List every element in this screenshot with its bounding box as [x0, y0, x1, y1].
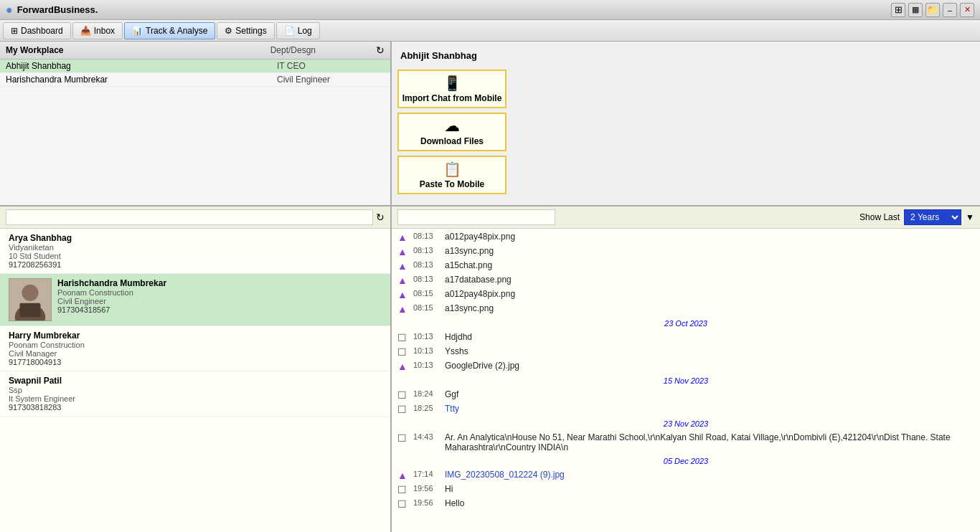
chat-message: ▲ 08:15 a13sync.png: [392, 302, 980, 316]
contact-role: It System Engineer: [9, 394, 385, 403]
chat-message: ☐ 10:13 Ysshs: [392, 345, 980, 359]
contacts-refresh-icon[interactable]: ↻: [376, 212, 385, 223]
chat-message: ▲ 08:13 a012pay48pix.png: [392, 230, 980, 244]
contact-item[interactable]: Swapnil Patil Ssp It System Engineer 917…: [0, 371, 390, 417]
inbox-tab[interactable]: 📥 Inbox: [72, 22, 123, 39]
chat-message: ▲ 08:13 a17database.png: [392, 273, 980, 288]
track-analyse-tab[interactable]: 📊 Track & Analyse: [124, 22, 215, 39]
phone-icon: ☐: [397, 484, 409, 495]
file-icon: ▲: [397, 361, 409, 372]
file-icon: ▲: [397, 246, 409, 257]
years-select[interactable]: 2 Years 1 Year 6 Months 3 Months 1 Month: [904, 209, 961, 225]
phone-icon: ☐: [397, 498, 409, 510]
chat-message: ☐ 18:25 Ttty: [392, 402, 980, 417]
file-icon: ▲: [397, 289, 409, 300]
svg-point-1: [22, 285, 38, 301]
workplace-table: Abhijit Shanbhag IT CEO Harishchandra Mu…: [0, 60, 390, 205]
file-icon: ▲: [397, 470, 409, 481]
contacts-search-bar: ↻: [0, 206, 390, 229]
workplace-title: My Workplace: [6, 45, 63, 55]
contact-item[interactable]: Harishchandra Mumbrekar Poonam Construct…: [0, 274, 390, 326]
log-tab[interactable]: 📄 Log: [276, 22, 320, 39]
workplace-header: My Workplace Dept/Desgn ↻: [0, 42, 390, 60]
phone-icon: ☐: [397, 332, 409, 343]
gear-icon: ⚙: [225, 26, 232, 36]
paste-to-mobile-button[interactable]: 📋 Paste To Mobile: [397, 156, 507, 194]
bottom-section: ↻ Arya Shanbhag Vidyaniketan 10 Std Stud…: [0, 206, 980, 532]
qr-icon[interactable]: ⊞: [891, 3, 905, 17]
mobile-import-icon: 📱: [443, 75, 461, 92]
svg-rect-3: [20, 303, 41, 317]
refresh-icon[interactable]: ↻: [376, 44, 385, 56]
app-title: ForwardBusiness.: [17, 4, 98, 15]
contact-org: Ssp: [9, 386, 385, 394]
titlebar-controls: ⊞ ▦ 📁 – ✕: [891, 3, 974, 17]
dashboard-tab[interactable]: ⊞ Dashboard: [3, 22, 71, 39]
file-icon: ▲: [397, 260, 409, 272]
contact-name: Swapnil Patil: [9, 376, 385, 386]
contacts-search-input[interactable]: [6, 209, 373, 225]
contact-role: Civil Engineer: [57, 297, 385, 305]
file-icon: ▲: [397, 275, 409, 286]
import-chat-button[interactable]: 📱 Import Chat from Mobile: [397, 70, 507, 108]
barcode-icon[interactable]: ▦: [908, 3, 923, 17]
contact-phone: 917718004913: [9, 358, 385, 366]
avatar-image: [9, 278, 51, 321]
main-content: My Workplace Dept/Desgn ↻ Abhijit Shanbh…: [0, 42, 980, 532]
dept-column-label: Dept/Desgn: [270, 45, 316, 55]
chat-message: ▲ 08:13 a15chat.png: [392, 259, 980, 273]
close-button[interactable]: ✕: [960, 3, 974, 17]
inbox-icon: 📥: [80, 26, 91, 36]
phone-icon: ☐: [397, 346, 409, 358]
chat-top-bar: Show Last 2 Years 1 Year 6 Months 3 Mont…: [392, 206, 980, 229]
settings-tab[interactable]: ⚙ Settings: [217, 22, 274, 39]
top-section: My Workplace Dept/Desgn ↻ Abhijit Shanbh…: [0, 42, 980, 206]
workplace-panel: My Workplace Dept/Desgn ↻ Abhijit Shanbh…: [0, 42, 392, 205]
contact-info: Harishchandra Mumbrekar Poonam Construct…: [57, 278, 385, 314]
contact-name: Harry Mumbrekar: [9, 331, 385, 341]
contact-org: Vidyaniketan: [9, 243, 385, 252]
paste-icon: 📋: [443, 161, 461, 178]
contact-role: Civil Manager: [9, 349, 385, 358]
contacts-list: Arya Shanbhag Vidyaniketan 10 Std Studen…: [0, 229, 390, 532]
dashboard-icon: ⊞: [11, 26, 18, 36]
workplace-name: Harishchandra Mumbrekar: [6, 75, 277, 85]
contact-name: Harishchandra Mumbrekar: [57, 278, 385, 288]
chat-messages[interactable]: ▲ 08:13 a012pay48pix.png ▲ 08:13 a13sync…: [392, 229, 980, 532]
download-icon: ☁: [445, 118, 459, 135]
contact-name: Arya Shanbhag: [9, 233, 385, 243]
chat-message: ☐ 19:56 Hi: [392, 483, 980, 497]
contact-avatar: [9, 278, 52, 321]
contact-item[interactable]: Arya Shanbhag Vidyaniketan 10 Std Studen…: [0, 229, 390, 274]
titlebar: ● ForwardBusiness. ⊞ ▦ 📁 – ✕: [0, 0, 980, 20]
actions-panel: Abhijit Shanbhag 📱 Import Chat from Mobi…: [392, 42, 980, 205]
minimize-button[interactable]: –: [943, 3, 957, 17]
app-title-area: ● ForwardBusiness.: [6, 4, 98, 16]
years-dropdown-arrow: ▼: [966, 212, 974, 222]
chat-message: ☐ 14:43 Ar. An Analytica\nHouse No 51, N…: [392, 431, 980, 454]
download-files-button[interactable]: ☁ Download Files: [397, 113, 507, 151]
workplace-dept: Civil Engineer: [277, 75, 385, 85]
workplace-row[interactable]: Abhijit Shanbhag IT CEO: [0, 60, 390, 73]
workplace-row[interactable]: Harishchandra Mumbrekar Civil Engineer: [0, 73, 390, 87]
chat-search-input[interactable]: [397, 209, 555, 225]
chat-message: ☐ 19:56 Hello: [392, 497, 980, 511]
chat-message: ▲ 08:13 a13sync.png: [392, 244, 980, 259]
date-divider: 05 Dec 2023: [392, 454, 980, 468]
date-divider: 15 Nov 2023: [392, 374, 980, 388]
contact-org: Poonam Construction: [9, 341, 385, 349]
folder-icon[interactable]: 📁: [925, 3, 940, 17]
contact-item[interactable]: Harry Mumbrekar Poonam Construction Civi…: [0, 326, 390, 371]
contacts-panel: ↻ Arya Shanbhag Vidyaniketan 10 Std Stud…: [0, 206, 392, 532]
workplace-dept: IT CEO: [277, 61, 385, 71]
selected-contact-name: Abhijit Shanbhag: [397, 47, 974, 64]
chat-message: ▲ 17:14 IMG_20230508_012224 (9).jpg: [392, 468, 980, 483]
contact-org: Poonam Construction: [57, 288, 385, 297]
contact-phone: 917208256391: [9, 260, 385, 269]
contact-role: 10 Std Student: [9, 252, 385, 260]
contact-phone: 917303818283: [9, 403, 385, 412]
chat-message: ▲ 08:15 a012pay48pix.png: [392, 288, 980, 302]
phone-icon: ☐: [397, 432, 409, 444]
app-logo-icon: ●: [6, 4, 13, 16]
show-last-label: Show Last: [859, 212, 900, 222]
